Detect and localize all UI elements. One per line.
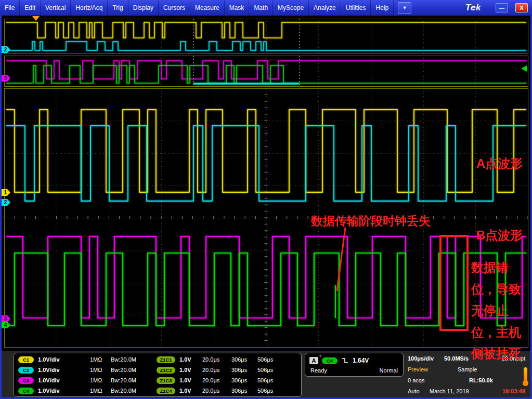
zoom-timebase: 20.0μs — [202, 388, 231, 394]
channel-scale[interactable]: 1.0V/div — [38, 388, 75, 394]
menu-bar: File Edit Vertical Horiz/Acq Trig Displa… — [0, 0, 532, 16]
status-bar: C1 1.0V/div 1MΩ Bw:20.0M Z1C1 1.0V 20.0μ… — [0, 351, 532, 399]
channel-bandwidth: Bw:20.0M — [111, 356, 157, 363]
trigger-state: Ready — [310, 367, 327, 374]
zoom-badge-z1c2[interactable]: Z1C2 — [157, 367, 175, 374]
trigger-position-icon[interactable] — [32, 16, 40, 21]
window-controls: Tek — X — [465, 3, 528, 13]
acq-mode[interactable]: Sample — [458, 366, 477, 373]
menu-analyze[interactable]: Analyze — [309, 0, 341, 16]
close-icon: X — [520, 5, 523, 11]
menu-mask[interactable]: Mask — [225, 0, 250, 16]
falling-edge-icon — [341, 357, 349, 364]
minimize-button[interactable]: — — [496, 3, 508, 12]
menu-edit[interactable]: Edit — [20, 0, 41, 16]
channel-impedance: 1MΩ — [90, 377, 111, 383]
channel-scale[interactable]: 1.0V/div — [38, 367, 75, 373]
channel-readout-panel: C1 1.0V/div 1MΩ Bw:20.0M Z1C1 1.0V 20.0μ… — [14, 353, 302, 397]
trigger-mark: ’ — [319, 355, 321, 361]
zoom-span: 506μs — [257, 388, 283, 394]
channel-impedance: 1MΩ — [90, 356, 111, 363]
timebase-scale[interactable]: 100μs/div — [408, 355, 444, 362]
zoom-badge-z1c4[interactable]: Z1C4 — [157, 388, 175, 394]
trigger-level[interactable]: 1.64V — [353, 357, 369, 364]
record-length[interactable]: RL:50.0k — [469, 377, 493, 383]
close-button[interactable]: X — [515, 3, 528, 12]
channel-row-c2: C2 1.0V/div 1MΩ Bw:20.0M Z1C2 1.0V 20.0μ… — [18, 365, 297, 375]
channel-row-c4: C4 1.0V/div 1MΩ Bw:20.0M Z1C4 1.0V 20.0μ… — [18, 385, 297, 396]
zoom-timebase: 20.0μs — [202, 367, 231, 373]
channel-badge-c2[interactable]: C2 — [18, 367, 34, 374]
channel-badge-c3[interactable]: C3 — [18, 377, 34, 384]
zoom-position: 306μs — [231, 377, 257, 383]
trigger-source-badge[interactable]: C4 — [322, 357, 338, 364]
trigger-panel: A ’ C4 1.64V Ready Normal — [305, 353, 404, 377]
channel-bandwidth: Bw:20.0M — [111, 367, 157, 373]
trigger-a-label: A — [312, 357, 316, 364]
channel-bandwidth: Bw:20.0M — [111, 388, 157, 394]
zoom-position: 306μs — [231, 367, 257, 373]
annotation-side-line: 数据错 — [471, 257, 521, 278]
trigger-a-badge[interactable]: A ’ — [309, 357, 318, 364]
zoom-span: 506μs — [257, 356, 283, 363]
channel-scale[interactable]: 1.0V/div — [38, 356, 75, 363]
minimize-icon: — — [499, 5, 504, 11]
zoom-position: 306μs — [231, 388, 257, 394]
channel-row-c3: C3 1.0V/div 1MΩ Bw:20.0M Z1C3 1.0V 20.0μ… — [18, 375, 297, 385]
zoom-badge-z1c1[interactable]: Z1C1 — [157, 356, 175, 363]
annotation-point-a-label: A点波形 — [476, 155, 523, 172]
annotation-side-line: 无停止 — [471, 300, 521, 322]
menu-cursors[interactable]: Cursors — [159, 0, 190, 16]
annotation-side-note: 数据错 位，导致 无停止 位，主机 侧被挂死 — [471, 257, 521, 365]
menu-utilities[interactable]: Utilities — [341, 0, 371, 16]
zoom-scale[interactable]: 1.0V — [179, 367, 202, 373]
trigger-status: Ready Normal — [309, 367, 399, 374]
chevron-down-icon: ▼ — [403, 5, 407, 10]
reference-marker-icon[interactable] — [521, 65, 527, 72]
menu-measure[interactable]: Measure — [190, 0, 225, 16]
menu-vertical[interactable]: Vertical — [41, 0, 71, 16]
zoom-span: 506μs — [257, 367, 283, 373]
zoom-span: 506μs — [257, 377, 283, 383]
annotation-side-line: 侧被挂死 — [471, 343, 521, 365]
zoom-timebase: 20.0μs — [202, 356, 231, 363]
channel-impedance: 1MΩ — [90, 388, 111, 394]
annotation-clock-lost-label: 数据传输阶段时钟丢失 — [311, 213, 431, 229]
annotation-side-line: 位，导致 — [471, 278, 521, 300]
channel-scale[interactable]: 1.0V/div — [38, 377, 75, 383]
menu-file[interactable]: File — [0, 0, 20, 16]
zoom-timebase: 20.0μs — [202, 377, 231, 383]
channel-badge-c1[interactable]: C1 — [18, 356, 34, 363]
zoom-scale[interactable]: 1.0V — [179, 356, 202, 363]
menu-display[interactable]: Display — [128, 0, 159, 16]
acq-preview-state: Preview — [408, 366, 444, 373]
waveform-display[interactable] — [0, 0, 532, 399]
trigger-auto-mode[interactable]: Auto — [408, 388, 430, 394]
trigger-settings: A ’ C4 1.64V — [309, 355, 399, 366]
annotation-side-line: 位，主机 — [471, 322, 521, 343]
channel-row-c1: C1 1.0V/div 1MΩ Bw:20.0M Z1C1 1.0V 20.0μ… — [18, 354, 297, 365]
menu-trig[interactable]: Trig — [108, 0, 128, 16]
zoom-position: 306μs — [231, 356, 257, 363]
menu-myscope[interactable]: MyScope — [273, 0, 309, 16]
annotation-point-b-label: B点波形 — [476, 227, 523, 244]
menu-help[interactable]: Help — [371, 0, 394, 16]
menu-horiz-acq[interactable]: Horiz/Acq — [71, 0, 108, 16]
time-display: 18:03:49 — [502, 388, 525, 394]
window-edge — [0, 16, 2, 397]
annotation-error-box — [439, 235, 469, 331]
trigger-mode[interactable]: Normal — [380, 367, 398, 374]
tek-logo: Tek — [465, 3, 481, 13]
sample-rate: 50.0MS/s — [444, 355, 469, 362]
zoom-scale[interactable]: 1.0V — [179, 388, 202, 394]
menu-dropdown-button[interactable]: ▼ — [398, 2, 411, 14]
menu-math[interactable]: Math — [249, 0, 273, 16]
oscilloscope-app: File Edit Vertical Horiz/Acq Trig Displa… — [0, 0, 532, 399]
channel-badge-c4[interactable]: C4 — [18, 388, 34, 394]
acq-count: 0 acqs — [408, 377, 444, 383]
zoom-badge-z1c3[interactable]: Z1C3 — [157, 377, 175, 384]
date-display: March 11, 2019 — [430, 388, 469, 394]
temperature-icon — [524, 367, 527, 382]
zoom-scale[interactable]: 1.0V — [179, 377, 202, 383]
channel-bandwidth: Bw:20.0M — [111, 377, 157, 383]
